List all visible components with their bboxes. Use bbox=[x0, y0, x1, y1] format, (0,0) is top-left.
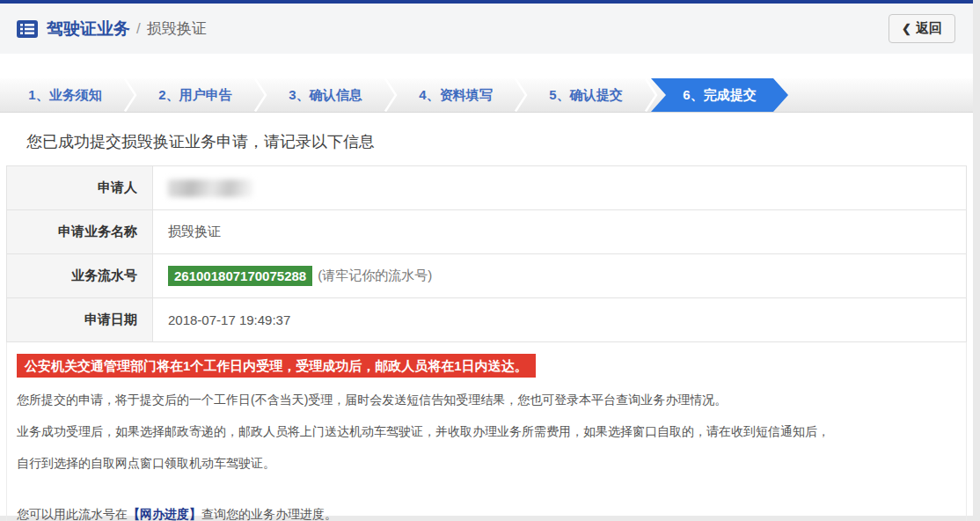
breadcrumb-current: 损毁换证 bbox=[147, 18, 207, 39]
table-row-apply-date: 申请日期 2018-07-17 19:49:37 bbox=[7, 298, 966, 342]
row-label: 申请业务名称 bbox=[7, 210, 153, 253]
row-label: 申请人 bbox=[7, 166, 153, 209]
row-value: 损毁换证 bbox=[153, 210, 966, 253]
step-tab-2[interactable]: 2、用户申告 bbox=[130, 78, 260, 112]
notice-section: 公安机关交通管理部门将在1个工作日内受理，受理成功后，邮政人员将在1日内送达。 … bbox=[6, 342, 967, 521]
step-tab-1[interactable]: 1、业务须知 bbox=[0, 78, 130, 112]
breadcrumb-separator: / bbox=[136, 20, 141, 38]
success-heading: 您已成功提交损毁换证业务申请，请记录以下信息 bbox=[0, 113, 973, 165]
row-value: 2018-07-17 19:49:37 bbox=[153, 298, 966, 341]
serial-number-note: (请牢记你的流水号) bbox=[318, 268, 432, 284]
list-icon bbox=[16, 19, 39, 39]
progress-link[interactable]: 【网办进度】 bbox=[128, 507, 201, 521]
progress-hint: 您可以用此流水号在【网办进度】查询您的业务办理进度。 bbox=[17, 501, 956, 521]
redacted-applicant-name bbox=[168, 180, 252, 197]
step-tab-4[interactable]: 4、资料填写 bbox=[391, 78, 521, 112]
chevron-left-icon: ❮ bbox=[902, 23, 911, 34]
content-card: 驾驶证业务 / 损毁换证 ❮ 返回 1、业务须知 2、用户申告 3、确认信息 bbox=[0, 0, 973, 516]
page-header: 驾驶证业务 / 损毁换证 ❮ 返回 bbox=[0, 4, 973, 54]
progress-hint-prefix: 您可以用此流水号在 bbox=[17, 507, 128, 521]
table-row-business-name: 申请业务名称 损毁换证 bbox=[7, 210, 966, 254]
row-label: 业务流水号 bbox=[7, 254, 153, 297]
step-tab-6-active[interactable]: 6、完成提交 bbox=[651, 78, 788, 112]
info-table: 申请人 申请业务名称 损毁换证 业务流水号 261001807170075288… bbox=[6, 165, 967, 342]
page-title: 驾驶证业务 bbox=[47, 18, 130, 40]
notice-paragraph: 自行到选择的自取网点窗口领取机动车驾驶证。 bbox=[17, 450, 956, 476]
alert-banner: 公安机关交通管理部门将在1个工作日内受理，受理成功后，邮政人员将在1日内送达。 bbox=[17, 354, 536, 378]
serial-number-badge: 261001807170075288 bbox=[168, 266, 312, 286]
step-tab-3[interactable]: 3、确认信息 bbox=[260, 78, 391, 112]
row-value bbox=[153, 166, 966, 209]
step-wizard: 1、业务须知 2、用户申告 3、确认信息 4、资料填写 5、确认提交 bbox=[0, 78, 973, 113]
back-button[interactable]: ❮ 返回 bbox=[889, 14, 955, 43]
notice-paragraph: 您所提交的申请，将于提交后的一个工作日(不含当天)受理，届时会发送短信告知受理结… bbox=[17, 386, 956, 413]
row-label: 申请日期 bbox=[7, 298, 153, 341]
steps-filler bbox=[788, 78, 973, 112]
table-row-applicant: 申请人 bbox=[7, 166, 966, 210]
progress-hint-suffix: 查询您的业务办理进度。 bbox=[201, 507, 337, 521]
step-tab-5[interactable]: 5、确认提交 bbox=[521, 78, 651, 112]
table-row-serial-number: 业务流水号 261001807170075288 (请牢记你的流水号) bbox=[7, 254, 966, 298]
back-button-label: 返回 bbox=[916, 20, 942, 37]
notice-paragraph: 业务成功受理后，如果选择邮政寄递的，邮政人员将上门送达机动车驾驶证，并收取办理业… bbox=[17, 418, 956, 444]
row-value: 261001807170075288 (请牢记你的流水号) bbox=[153, 254, 966, 297]
